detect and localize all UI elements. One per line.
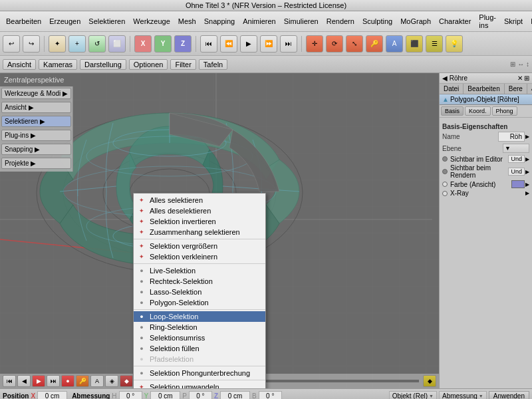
pos-z-input[interactable] [220, 391, 250, 399]
play-fwd-btn[interactable]: ⏭ [280, 35, 297, 53]
menu-simulieren[interactable]: Simulieren [281, 17, 322, 26]
objekt-dropdown[interactable]: Objekt (Rel) ▼ [389, 391, 437, 399]
ctx-lasso-selektion[interactable]: ● Lasso-Selektion [134, 287, 265, 297]
vp-extra-btn[interactable]: ◆ [423, 375, 436, 387]
ctx-rechteck-selektion[interactable]: ● Rechteck-Selektion [134, 276, 265, 287]
play-back-btn[interactable]: ⏮ [200, 35, 217, 53]
farbe-swatch[interactable] [511, 180, 525, 188]
ctx-selektion-umwandeln[interactable]: ✦ Selektion umwandeln... [134, 382, 265, 388]
vp-key-btn[interactable]: 🔑 [76, 375, 89, 387]
sidebar-resize-icon[interactable]: ⊞ [524, 74, 529, 82]
menu-skript[interactable]: Skript [501, 17, 526, 26]
rendern-value[interactable]: Und [508, 168, 525, 176]
ctx-live-selektion[interactable]: ● Live-Selektion [134, 265, 265, 276]
ctx-zusammenhang-selektieren[interactable]: ✦ Zusammenhang selektieren [134, 227, 265, 237]
menu-bearbeiten[interactable]: Bearbeiten [3, 17, 45, 26]
ctx-alles-deselektieren[interactable]: ✦ Alles deselektieren [134, 205, 265, 216]
tab-bearbeiten[interactable]: Bearbeiten [464, 84, 504, 94]
vp-play-back-btn[interactable]: ◀ [17, 375, 31, 387]
tab-ansic[interactable]: Ansic [527, 84, 532, 94]
move-btn[interactable]: ✛ [306, 35, 323, 53]
editor-value[interactable]: Und [508, 155, 525, 163]
new-btn[interactable]: ✦ [49, 35, 66, 53]
menu-erzeugen[interactable]: Erzeugen [46, 17, 84, 26]
prop-ebene-dropdown[interactable]: ▼ [503, 144, 529, 153]
tb2-ansicht[interactable]: Ansicht [3, 59, 36, 70]
projekte-btn[interactable]: Projekte ▶ [1, 158, 71, 169]
werkzeuge-modi-btn[interactable]: Werkzeuge & Modi ▶ [1, 88, 71, 99]
undo-btn[interactable]: ↩ [3, 35, 20, 53]
rotate-btn[interactable]: ⟳ [326, 35, 343, 53]
abm-b-input[interactable] [259, 391, 282, 399]
menu-rendern[interactable]: Rendern [323, 17, 358, 26]
tb2-kameras[interactable]: Kameras [39, 59, 77, 70]
key-btn[interactable]: 🔑 [366, 35, 383, 53]
vp-motion-btn[interactable]: ◆ [120, 375, 133, 387]
prop-tab-basis[interactable]: Basis [441, 106, 464, 116]
prop-tab-koord[interactable]: Koord. [465, 106, 491, 116]
menu-selektieren[interactable]: Selektieren [85, 17, 128, 26]
menu-mograph[interactable]: MoGraph [397, 17, 434, 26]
ctx-icon-4: ✦ [136, 227, 147, 237]
ansicht-btn[interactable]: Ansicht ▶ [1, 102, 71, 113]
anim-btn[interactable]: A [386, 35, 403, 53]
tb2-tafeln[interactable]: Tafeln [199, 59, 227, 70]
ctx-phong-unterbrechung[interactable]: ● Selektion Phongunterbrechung [134, 368, 265, 378]
snapping-btn[interactable]: Snapping ▶ [1, 144, 71, 155]
ctx-alles-selektieren[interactable]: ✦ Alles selektieren [134, 195, 265, 205]
ctx-selektion-verkleinern[interactable]: ✦ Selektion verkleinern [134, 251, 265, 262]
render2-btn[interactable]: ⬛ [406, 35, 423, 53]
ctx-polygon-selektion[interactable]: ● Polygon-Selektion [134, 297, 265, 308]
next-frame-btn[interactable]: ⏩ [260, 35, 277, 53]
scale-btn[interactable]: ⤡ [346, 35, 363, 53]
menu-mesh[interactable]: Mesh [175, 17, 200, 26]
region-btn[interactable]: ☰ [426, 35, 443, 53]
ctx-ring-selektion[interactable]: ● Ring-Selektion [134, 322, 265, 332]
prop-tab-phong[interactable]: Phong [492, 106, 517, 116]
plugins-btn[interactable]: Plug-ins ▶ [1, 130, 71, 141]
abmessung-dropdown[interactable]: Abmessung ▼ [439, 391, 487, 399]
vp-play-end-btn[interactable]: ⏭ [47, 375, 60, 387]
y-axis-btn[interactable]: Y [154, 35, 172, 53]
ctx-selektionsumriss[interactable]: ● Selektionsumriss [134, 332, 265, 343]
open-btn[interactable]: + [68, 35, 86, 53]
prev-frame-btn[interactable]: ⏪ [220, 35, 237, 53]
tab-bere[interactable]: Bere [505, 84, 527, 94]
menu-fenster[interactable]: Fenster [527, 17, 532, 26]
menu-plugins[interactable]: Plug-ins [475, 13, 499, 30]
render-btn[interactable]: ⬜ [108, 35, 126, 53]
tb2-filter[interactable]: Filter [170, 59, 196, 70]
vp-anim-btn[interactable]: A [90, 375, 104, 387]
redo-btn[interactable]: ↪ [23, 35, 40, 53]
tab-datei[interactable]: Datei [440, 84, 464, 94]
ctx-selektion-fuellen[interactable]: ● Selektion füllen [134, 343, 265, 354]
z-axis-btn[interactable]: Z [174, 35, 192, 53]
menu-werkzeuge[interactable]: Werkzeuge [130, 17, 173, 26]
ctx-selektion-invertieren[interactable]: ✦ Selektion invertieren [134, 216, 265, 227]
play-btn[interactable]: ▶ [240, 35, 257, 53]
save-btn[interactable]: ↺ [88, 35, 106, 53]
ctx-loop-selektion[interactable]: ● Loop-Selektion [134, 311, 265, 322]
vp-clip-btn[interactable]: ◈ [105, 375, 118, 387]
menu-charakter[interactable]: Charakter [436, 17, 474, 26]
menu-sculpting[interactable]: Sculpting [359, 17, 396, 26]
prop-name-value[interactable]: Röh [498, 132, 525, 142]
pos-y-input[interactable] [150, 391, 180, 399]
sidebar-close-icon[interactable]: ✕ [517, 74, 523, 82]
vp-play-start-btn[interactable]: ⏮ [3, 375, 16, 387]
abm-h-input[interactable] [119, 391, 142, 399]
tb2-optionen[interactable]: Optionen [129, 59, 168, 70]
light-btn[interactable]: 💡 [446, 35, 463, 53]
anwenden-btn[interactable]: Anwenden [489, 391, 529, 399]
viewport[interactable]: Zentralperspektive [0, 73, 439, 388]
abm-p-input[interactable] [189, 391, 212, 399]
ctx-selektion-vergroessern[interactable]: ✦ Selektion vergrößern [134, 241, 265, 251]
vp-record-btn[interactable]: ● [61, 375, 74, 387]
menu-snapping[interactable]: Snapping [201, 17, 239, 26]
menu-animieren[interactable]: Animieren [239, 17, 279, 26]
tb2-darstellung[interactable]: Darstellung [80, 59, 126, 70]
vp-play-fwd-btn[interactable]: ▶ [32, 375, 45, 387]
pos-x-input[interactable] [37, 391, 67, 399]
x-axis-btn[interactable]: X [134, 35, 152, 53]
selektieren-btn[interactable]: Selektieren ▶ [1, 116, 71, 127]
